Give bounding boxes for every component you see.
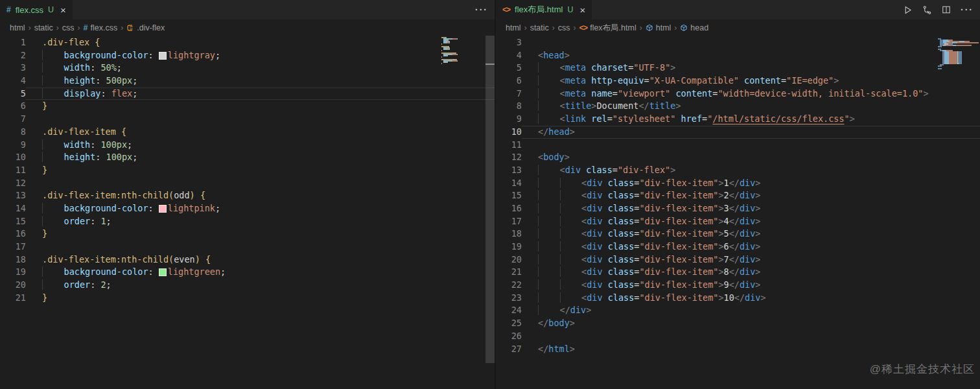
code-line[interactable]: 19 <div class="div-flex-item">6</div>: [496, 241, 980, 253]
code-line[interactable]: 20 <div class="div-flex-item">7</div>: [496, 253, 980, 266]
code-line[interactable]: 10 height: 100px;: [0, 151, 495, 164]
code-line[interactable]: 4<head>: [496, 49, 980, 62]
line-number: 6: [0, 100, 26, 113]
line-number: 11: [496, 139, 522, 152]
code-line[interactable]: 13.div-flex-item:nth-child(odd) {: [0, 189, 495, 202]
tab-flex-layout-html[interactable]: <> flex布局.html U ×: [496, 0, 592, 19]
breadcrumb-item[interactable]: static: [530, 23, 549, 32]
code-line[interactable]: 10</head>: [496, 126, 980, 139]
line-number: 21: [0, 292, 26, 305]
breadcrumb-item[interactable]: css: [62, 23, 75, 32]
code-line[interactable]: 15 <div class="div-flex-item">2</div>: [496, 189, 980, 202]
color-swatch[interactable]: [159, 53, 166, 59]
line-number: 23: [496, 292, 522, 305]
code-line[interactable]: 2 background-color: lightgray;: [0, 49, 495, 62]
more-actions-icon[interactable]: ···: [475, 5, 488, 15]
code-line[interactable]: 26: [496, 330, 980, 343]
breadcrumb-item[interactable]: head: [680, 23, 708, 32]
open-changes-icon[interactable]: [922, 5, 932, 15]
code-line[interactable]: 5 <meta charset="UTF-8">: [496, 62, 980, 75]
code-line[interactable]: 16}: [0, 228, 495, 241]
code-line[interactable]: 5 display: flex;: [0, 88, 495, 100]
breadcrumb-item[interactable]: <>flex布局.html: [579, 23, 636, 34]
line-number: 12: [496, 151, 522, 164]
code-line[interactable]: 13 <div class="div-flex">: [496, 164, 980, 177]
watermark-text: @稀土掘金技术社区: [870, 362, 975, 377]
code-editor-html[interactable]: 34<head>5 <meta charset="UTF-8">6 <meta …: [496, 36, 980, 389]
close-icon[interactable]: ×: [579, 5, 585, 15]
split-editor-icon[interactable]: [942, 5, 951, 14]
code-line[interactable]: 9 <link rel="stylesheet" href="/html/sta…: [496, 113, 980, 126]
line-number: 8: [0, 126, 26, 139]
run-file-icon[interactable]: [903, 5, 913, 15]
more-actions-icon[interactable]: ···: [961, 5, 974, 15]
code-line[interactable]: 14 <div class="div-flex-item">1</div>: [496, 177, 980, 190]
code-line[interactable]: 27</html>: [496, 343, 980, 356]
breadcrumb-item[interactable]: static: [34, 23, 53, 32]
code-line[interactable]: 21}: [0, 292, 495, 305]
line-number: 20: [0, 279, 26, 292]
breadcrumb-item[interactable]: css: [558, 23, 570, 32]
css-file-icon: #: [6, 5, 11, 14]
code-line[interactable]: 25</body>: [496, 317, 980, 330]
code-line[interactable]: 12: [0, 177, 495, 190]
code-line[interactable]: 17 <div class="div-flex-item">4</div>: [496, 215, 980, 228]
minimap[interactable]: [938, 37, 979, 69]
line-number: 8: [496, 100, 522, 113]
code-line[interactable]: 4 height: 500px;: [0, 75, 495, 88]
code-line[interactable]: 14 background-color: lightpink;: [0, 202, 495, 215]
code-line[interactable]: 16 <div class="div-flex-item">3</div>: [496, 202, 980, 215]
tab-flex-css[interactable]: # flex.css U ×: [0, 0, 73, 19]
code-line[interactable]: 3 width: 50%;: [0, 62, 495, 75]
breadcrumb-item[interactable]: html: [10, 23, 25, 32]
editor-group-right: <> flex布局.html U × ··· ht: [496, 0, 980, 389]
code-line[interactable]: 18.div-flex-item:nth-child(even) {: [0, 253, 495, 266]
breadcrumb-item[interactable]: .div-flex: [126, 23, 165, 32]
code-line[interactable]: 22 <div class="div-flex-item">9</div>: [496, 279, 980, 292]
code-line[interactable]: 6 <meta http-equiv="X-UA-Compatible" con…: [496, 75, 980, 88]
breadcrumb-item[interactable]: html: [646, 23, 671, 32]
code-line[interactable]: 11}: [0, 164, 495, 177]
line-number: 25: [496, 317, 522, 330]
code-line[interactable]: 18 <div class="div-flex-item">5</div>: [496, 228, 980, 241]
code-line[interactable]: 8 <title>Document</title>: [496, 100, 980, 113]
code-line[interactable]: 7 <meta name="viewport" content="width=d…: [496, 88, 980, 100]
code-line[interactable]: 17: [0, 241, 495, 253]
code-line[interactable]: 9 width: 100px;: [0, 139, 495, 152]
breadcrumb-item[interactable]: html: [506, 23, 521, 32]
breadcrumb-separator-icon: ›: [552, 23, 555, 32]
code-line[interactable]: 23 <div class="div-flex-item">10</div>: [496, 292, 980, 305]
breadcrumb: html›static›css›<>flex布局.html›html›head: [496, 19, 980, 36]
code-line[interactable]: 1.div-flex {: [0, 36, 495, 49]
code-line[interactable]: 7: [0, 113, 495, 126]
code-line[interactable]: 24 </div>: [496, 304, 980, 317]
code-line[interactable]: 12<body>: [496, 151, 980, 164]
breadcrumb-separator-icon: ›: [121, 23, 123, 32]
code-line[interactable]: 19 background-color: lightgreen;: [0, 266, 495, 279]
color-swatch[interactable]: [159, 269, 166, 276]
color-swatch[interactable]: [159, 206, 166, 212]
code-line[interactable]: 20 order: 2;: [0, 279, 495, 292]
scrollbar[interactable]: [485, 19, 495, 389]
code-line[interactable]: 21 <div class="div-flex-item">8</div>: [496, 266, 980, 279]
line-number: 17: [496, 215, 522, 228]
breadcrumb-item[interactable]: #flex.css: [84, 23, 118, 32]
line-number: 16: [496, 202, 522, 215]
minimap[interactable]: [441, 37, 461, 64]
line-number: 12: [0, 177, 26, 190]
line-number: 21: [496, 266, 522, 279]
breadcrumb-separator-icon: ›: [524, 23, 527, 32]
line-number: 9: [0, 139, 26, 152]
line-number: 18: [0, 253, 26, 266]
breadcrumb-separator-icon: ›: [674, 23, 677, 32]
code-line[interactable]: 3: [496, 36, 980, 49]
close-icon[interactable]: ×: [60, 5, 66, 15]
line-number: 7: [0, 113, 26, 126]
line-number: 13: [0, 189, 26, 202]
code-line[interactable]: 15 order: 1;: [0, 215, 495, 228]
code-line[interactable]: 11: [496, 139, 980, 152]
code-editor-css[interactable]: 1.div-flex {2 background-color: lightgra…: [0, 36, 495, 389]
scrollbar-thumb[interactable]: [485, 36, 495, 363]
code-line[interactable]: 8.div-flex-item {: [0, 126, 495, 139]
code-line[interactable]: 6}: [0, 100, 495, 113]
